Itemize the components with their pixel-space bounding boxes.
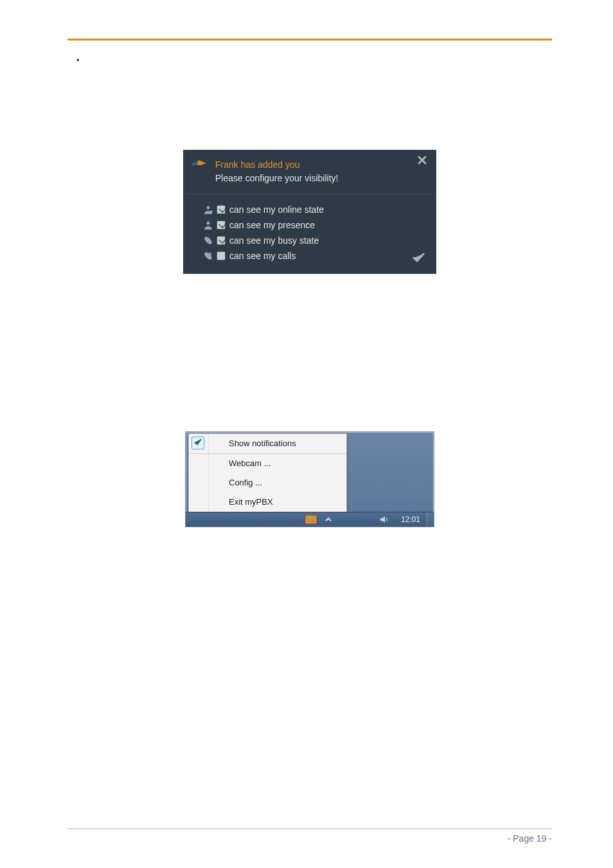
toast-header: Frank has added you Please configure you…: [184, 151, 435, 191]
menu-item-label: Exit myPBX: [229, 497, 273, 507]
toast-separator: [184, 194, 435, 194]
tray-desktop-area: Show notifications Webcam ... Config ...: [186, 432, 434, 512]
tray-figure: Show notifications Webcam ... Config ...: [67, 431, 552, 530]
menu-gutter: [190, 454, 209, 473]
menu-gutter: [190, 473, 209, 493]
checkbox[interactable]: [217, 251, 226, 260]
menu-item-label: Config ...: [229, 478, 262, 487]
option-online-state[interactable]: can see my online state: [202, 202, 429, 217]
header-orange-rule: [67, 39, 552, 41]
clock[interactable]: 12:01: [395, 515, 427, 524]
svg-point-2: [207, 222, 210, 225]
show-desktop-button[interactable]: [427, 512, 434, 527]
spacer: [67, 274, 552, 431]
menu-item-config[interactable]: Config ...: [189, 473, 346, 493]
chevron-up-icon[interactable]: [322, 513, 335, 526]
context-menu: Show notifications Webcam ... Config ...: [188, 433, 347, 512]
footer-page-number: - Page 19 -: [508, 833, 552, 844]
taskbar: 12:01: [186, 512, 434, 527]
document-page: Frank has added you Please configure you…: [0, 0, 613, 868]
visibility-toast: Frank has added you Please configure you…: [183, 150, 436, 274]
menu-item-exit[interactable]: Exit myPBX: [189, 493, 346, 512]
tray-right: 12:01: [378, 512, 434, 527]
menu-gutter: [190, 493, 209, 512]
svg-point-1: [210, 210, 213, 213]
toast-options: can see my online state can see my prese…: [184, 197, 435, 273]
volume-icon[interactable]: [378, 513, 391, 526]
option-label: can see my online state: [229, 204, 324, 215]
footer-line: - Page 19 -: [67, 833, 552, 844]
option-presence[interactable]: can see my presence: [202, 217, 429, 233]
app-tray-icon[interactable]: [305, 515, 317, 524]
tray-screenshot: Show notifications Webcam ... Config ...: [185, 431, 434, 527]
user-icon: [202, 204, 214, 215]
tray-icons-left: [305, 512, 339, 527]
option-busy-state[interactable]: can see my busy state: [202, 233, 429, 248]
check-icon: [191, 437, 204, 449]
option-label: can see my busy state: [229, 235, 319, 246]
checkbox[interactable]: [217, 236, 226, 245]
accept-button[interactable]: [412, 251, 430, 269]
calls-icon: [202, 250, 214, 262]
svg-point-0: [207, 206, 210, 210]
checkbox[interactable]: [217, 221, 226, 230]
document-body: Frank has added you Please configure you…: [0, 0, 613, 530]
option-label: can see my presence: [229, 220, 315, 230]
close-button[interactable]: [413, 155, 431, 173]
plane-icon: [191, 159, 208, 170]
toast-title: Frank has added you: [215, 159, 409, 170]
option-calls[interactable]: can see my calls: [202, 248, 429, 264]
presence-icon: [202, 219, 214, 231]
toast-subtitle: Please configure your visibility!: [215, 172, 409, 185]
option-label: can see my calls: [229, 251, 296, 261]
checkbox[interactable]: [217, 205, 226, 214]
page-footer: - Page 19 -: [67, 828, 552, 844]
menu-item-label: Show notifications: [229, 439, 296, 448]
spacer: [67, 53, 552, 150]
toast-figure: Frank has added you Please configure you…: [67, 150, 552, 274]
menu-item-show-notifications[interactable]: Show notifications: [189, 434, 346, 453]
footer-rule: [67, 828, 552, 829]
menu-item-label: Webcam ...: [229, 458, 271, 468]
menu-item-webcam[interactable]: Webcam ...: [189, 453, 346, 473]
phone-icon: [202, 235, 214, 246]
